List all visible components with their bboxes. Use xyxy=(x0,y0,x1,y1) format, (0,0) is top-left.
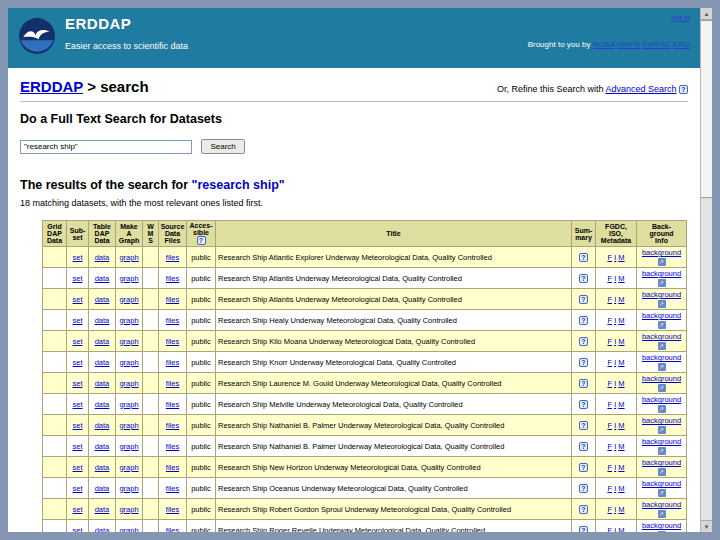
vertical-scrollbar-track[interactable] xyxy=(701,198,712,520)
metadata-link-f[interactable]: F xyxy=(607,253,612,262)
metadata-link-i[interactable]: I xyxy=(614,295,616,304)
metadata-link-f[interactable]: F xyxy=(607,295,612,304)
metadata-link-f[interactable]: F xyxy=(607,463,612,472)
breadcrumb-home-link[interactable]: ERDDAP xyxy=(20,78,83,95)
metadata-link-m[interactable]: M xyxy=(618,358,624,367)
background-link[interactable]: background xyxy=(642,479,681,488)
metadata-link-f[interactable]: F xyxy=(607,526,612,532)
subset-link[interactable]: set xyxy=(72,400,82,409)
background-link[interactable]: background xyxy=(642,269,681,278)
tabledap-link[interactable]: data xyxy=(95,358,110,367)
help-icon[interactable]: ? xyxy=(579,379,588,388)
metadata-link-f[interactable]: F xyxy=(607,484,612,493)
metadata-link-i[interactable]: I xyxy=(614,316,616,325)
metadata-link-i[interactable]: I xyxy=(614,526,616,532)
files-link[interactable]: files xyxy=(166,337,179,346)
vertical-scrollbar[interactable]: ▲ ▼ xyxy=(700,8,712,532)
tabledap-link[interactable]: data xyxy=(95,526,110,532)
tabledap-link[interactable]: data xyxy=(95,400,110,409)
tabledap-link[interactable]: data xyxy=(95,274,110,283)
search-button[interactable]: Search xyxy=(201,139,244,154)
subset-link[interactable]: set xyxy=(72,442,82,451)
metadata-link-i[interactable]: I xyxy=(614,442,616,451)
help-icon[interactable]: ? xyxy=(579,484,588,493)
metadata-link-i[interactable]: I xyxy=(614,400,616,409)
tabledap-link[interactable]: data xyxy=(95,421,110,430)
graph-link[interactable]: graph xyxy=(119,337,138,346)
graph-link[interactable]: graph xyxy=(119,463,138,472)
login-link[interactable]: log in xyxy=(671,13,690,22)
help-icon[interactable]: ? xyxy=(579,526,588,532)
subset-link[interactable]: set xyxy=(72,379,82,388)
metadata-link-m[interactable]: M xyxy=(618,295,624,304)
tabledap-link[interactable]: data xyxy=(95,316,110,325)
metadata-link-m[interactable]: M xyxy=(618,316,624,325)
files-link[interactable]: files xyxy=(166,274,179,283)
metadata-link-f[interactable]: F xyxy=(607,337,612,346)
external-link-icon[interactable]: ↗ xyxy=(658,447,666,455)
background-link[interactable]: background xyxy=(642,395,681,404)
background-link[interactable]: background xyxy=(642,248,681,257)
external-link-icon[interactable]: ↗ xyxy=(658,489,666,497)
help-icon[interactable]: ? xyxy=(579,274,588,283)
external-link-icon[interactable]: ↗ xyxy=(658,258,666,266)
metadata-link-f[interactable]: F xyxy=(607,505,612,514)
vertical-scrollbar-thumb[interactable] xyxy=(701,20,712,198)
metadata-link-f[interactable]: F xyxy=(607,421,612,430)
background-link[interactable]: background xyxy=(642,416,681,425)
help-icon[interactable]: ? xyxy=(579,463,588,472)
help-icon[interactable]: ? xyxy=(579,295,588,304)
metadata-link-m[interactable]: M xyxy=(618,274,624,283)
graph-link[interactable]: graph xyxy=(119,484,138,493)
tabledap-link[interactable]: data xyxy=(95,379,110,388)
subset-link[interactable]: set xyxy=(72,274,82,283)
help-icon[interactable]: ? xyxy=(579,505,588,514)
external-link-icon[interactable]: ↗ xyxy=(658,321,666,329)
metadata-link-f[interactable]: F xyxy=(607,274,612,283)
metadata-link-m[interactable]: M xyxy=(618,379,624,388)
subset-link[interactable]: set xyxy=(72,463,82,472)
external-link-icon[interactable]: ↗ xyxy=(658,363,666,371)
help-icon[interactable]: ? xyxy=(579,400,588,409)
graph-link[interactable]: graph xyxy=(119,295,138,304)
graph-link[interactable]: graph xyxy=(119,358,138,367)
metadata-link-i[interactable]: I xyxy=(614,337,616,346)
background-link[interactable]: background xyxy=(642,311,681,320)
help-icon[interactable]: ? xyxy=(579,316,588,325)
graph-link[interactable]: graph xyxy=(119,442,138,451)
subset-link[interactable]: set xyxy=(72,484,82,493)
metadata-link-i[interactable]: I xyxy=(614,253,616,262)
graph-link[interactable]: graph xyxy=(119,316,138,325)
graph-link[interactable]: graph xyxy=(119,421,138,430)
metadata-link-i[interactable]: I xyxy=(614,484,616,493)
metadata-link-i[interactable]: I xyxy=(614,505,616,514)
graph-link[interactable]: graph xyxy=(119,526,138,532)
background-link[interactable]: background xyxy=(642,290,681,299)
subset-link[interactable]: set xyxy=(72,337,82,346)
files-link[interactable]: files xyxy=(166,526,179,532)
background-link[interactable]: background xyxy=(642,332,681,341)
subset-link[interactable]: set xyxy=(72,253,82,262)
background-link[interactable]: background xyxy=(642,458,681,467)
metadata-link-m[interactable]: M xyxy=(618,505,624,514)
metadata-link-m[interactable]: M xyxy=(618,526,624,532)
files-link[interactable]: files xyxy=(166,295,179,304)
files-link[interactable]: files xyxy=(166,421,179,430)
graph-link[interactable]: graph xyxy=(119,253,138,262)
background-link[interactable]: background xyxy=(642,374,681,383)
background-link[interactable]: background xyxy=(642,437,681,446)
subset-link[interactable]: set xyxy=(72,421,82,430)
org-link-erd[interactable]: ERD xyxy=(673,40,690,49)
advanced-search-link[interactable]: Advanced Search xyxy=(605,84,676,94)
files-link[interactable]: files xyxy=(166,505,179,514)
scroll-up-icon[interactable]: ▲ xyxy=(701,8,712,20)
external-link-icon[interactable]: ↗ xyxy=(658,405,666,413)
external-link-icon[interactable]: ↗ xyxy=(658,300,666,308)
tabledap-link[interactable]: data xyxy=(95,442,110,451)
tabledap-link[interactable]: data xyxy=(95,484,110,493)
metadata-link-m[interactable]: M xyxy=(618,400,624,409)
tabledap-link[interactable]: data xyxy=(95,295,110,304)
metadata-link-f[interactable]: F xyxy=(607,379,612,388)
subset-link[interactable]: set xyxy=(72,316,82,325)
graph-link[interactable]: graph xyxy=(119,505,138,514)
